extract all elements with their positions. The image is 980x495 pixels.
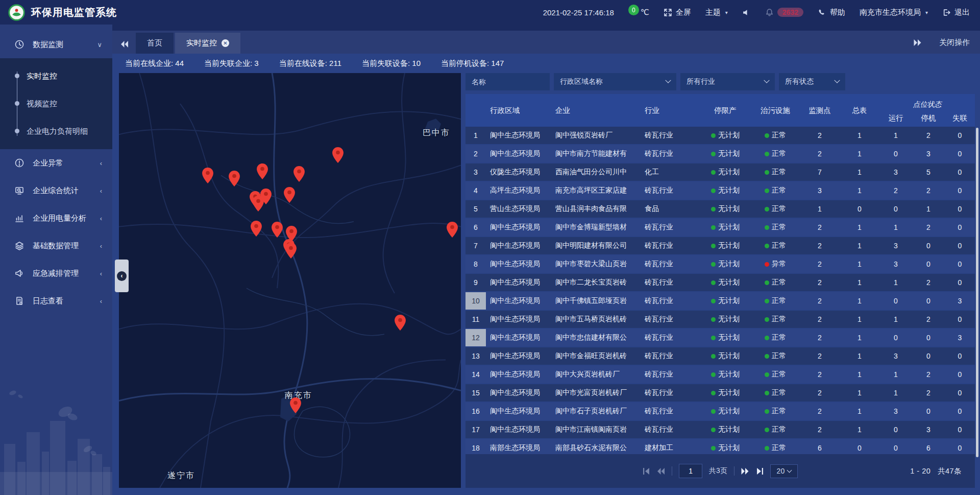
sidebar-group-5[interactable]: 基础数据管理‹ bbox=[0, 232, 112, 260]
map-marker-icon[interactable] bbox=[260, 188, 272, 204]
region-filter-select[interactable]: 行政区域名称 bbox=[554, 73, 676, 90]
cell-total-meter: 0 bbox=[840, 439, 879, 454]
sidebar-group-1[interactable]: 数据监测∨ bbox=[0, 31, 112, 58]
table-row[interactable]: 2阆中生态环境局阆中市南方节能建材有砖瓦行业无计划正常21030 bbox=[465, 145, 975, 162]
cell-facility-status: 正常 bbox=[751, 421, 800, 438]
cell-company: 阆中市忠信建材有限公 bbox=[551, 329, 641, 346]
page-input[interactable]: 1 bbox=[679, 464, 702, 478]
table-row[interactable]: 12阆中生态环境局阆中市忠信建材有限公砖瓦行业无计划正常21003 bbox=[465, 329, 975, 346]
table-row[interactable]: 13阆中生态环境局阆中市金福旺页岩机砖砖瓦行业无计划正常21300 bbox=[465, 347, 975, 365]
table-row[interactable]: 15阆中生态环境局阆中市光富页岩机砖厂砖瓦行业无计划正常21120 bbox=[465, 384, 975, 402]
page-size-select[interactable]: 20 bbox=[770, 464, 798, 478]
map-marker-icon[interactable] bbox=[272, 222, 283, 238]
tab-realtime-monitor[interactable]: 实时监控 ✕ bbox=[175, 33, 240, 54]
table-row[interactable]: 6阆中生态环境局阆中市金博瑞新型墙材砖瓦行业无计划正常21120 bbox=[465, 219, 975, 236]
help-button[interactable]: 帮助 bbox=[818, 8, 845, 17]
table-row[interactable]: 18南部生态环境局南部县砂石水泥有限公建材加工无计划正常60060 bbox=[465, 439, 975, 454]
row-index: 8 bbox=[465, 255, 486, 273]
app-root: 环保用电监管系统 2021-02-25 17:46:18 0 ℃ 全屏 主题 ▾… bbox=[0, 0, 980, 495]
map-collapse-button[interactable]: ‹ bbox=[115, 260, 129, 292]
table-row[interactable]: 10阆中生态环境局阆中千佛镇五郎垭页岩砖瓦行业无计划正常21003 bbox=[465, 292, 975, 310]
cell-total-meter: 1 bbox=[840, 347, 879, 365]
main-area: 首页 实时监控 ✕ 关闭操作 当前在线企业: 44当前失联企业: 3当前在线设备… bbox=[112, 25, 980, 495]
cell-region: 阆中生态环境局 bbox=[486, 384, 551, 402]
chevron-down-icon: ▾ bbox=[925, 10, 928, 15]
theme-dropdown[interactable]: 主题 ▾ bbox=[705, 8, 728, 17]
table-row[interactable]: 5营山生态环境局营山县润丰肉食品有限食品无计划正常10010 bbox=[465, 200, 975, 218]
name-filter-input[interactable] bbox=[465, 73, 550, 90]
table-row[interactable]: 17阆中生态环境局阆中市江南镇阆南页岩砖瓦行业无计划正常21030 bbox=[465, 421, 975, 438]
cell-run-count: 0 bbox=[879, 200, 912, 218]
notifications-button[interactable]: 2632 bbox=[765, 8, 803, 17]
sidebar-group-7[interactable]: 日志查看‹ bbox=[0, 287, 112, 315]
close-operations-button[interactable]: 关闭操作 bbox=[939, 38, 970, 48]
col-company: 企业 bbox=[551, 94, 641, 127]
table-row[interactable]: 8阆中生态环境局阆中市枣碧大梁山页岩砖瓦行业无计划异常21300 bbox=[465, 255, 975, 273]
cell-industry: 砖瓦行业 bbox=[641, 145, 700, 162]
cell-industry: 食品 bbox=[641, 200, 700, 218]
cell-limit-status: 无计划 bbox=[700, 292, 751, 310]
first-page-icon[interactable] bbox=[643, 468, 650, 475]
app-logo-icon bbox=[8, 4, 25, 21]
table-row[interactable]: 7阆中生态环境局阆中明阳建材有限公司砖瓦行业无计划正常21300 bbox=[465, 237, 975, 254]
chevron-left-icon: ‹ bbox=[100, 187, 102, 195]
map-marker-icon[interactable] bbox=[284, 187, 295, 203]
close-tab-icon[interactable]: ✕ bbox=[222, 39, 229, 47]
green-dot-icon bbox=[765, 317, 769, 322]
tabs-scroll-right-icon[interactable] bbox=[914, 39, 922, 46]
map-marker-icon[interactable] bbox=[293, 166, 305, 182]
sidebar-group-2[interactable]: 企业异常‹ bbox=[0, 149, 112, 177]
map-marker-icon[interactable] bbox=[229, 171, 240, 186]
prev-page-icon[interactable] bbox=[657, 468, 665, 475]
cell-limit-status: 无计划 bbox=[700, 403, 751, 420]
tabs-scroll-left-icon[interactable] bbox=[120, 41, 129, 48]
tab-home[interactable]: 首页 bbox=[136, 33, 174, 54]
green-dot-icon bbox=[711, 317, 716, 322]
sidebar-item-2[interactable]: 视频监控 bbox=[0, 90, 112, 117]
table-row[interactable]: 4高坪生态环境局南充市高坪区王家店建砖瓦行业无计划正常31220 bbox=[465, 182, 975, 199]
cell-industry: 砖瓦行业 bbox=[641, 127, 700, 144]
table-row[interactable]: 9阆中生态环境局阆中市二龙长宝页岩砖砖瓦行业无计划正常21120 bbox=[465, 274, 975, 291]
sidebar-group-4[interactable]: 企业用电量分析‹ bbox=[0, 204, 112, 232]
sidebar-item-3[interactable]: 企业电力负荷明细 bbox=[0, 117, 112, 145]
cell-industry: 砖瓦行业 bbox=[641, 329, 700, 346]
stat-item: 当前停机设备: 147 bbox=[441, 59, 504, 68]
map-marker-icon[interactable] bbox=[447, 222, 458, 238]
table-row[interactable]: 3仪陇生态环境局西南油气田分公司川中化工无计划正常71350 bbox=[465, 163, 975, 181]
last-page-icon[interactable] bbox=[756, 468, 764, 475]
sound-toggle-button[interactable] bbox=[742, 8, 751, 17]
cell-facility-status: 正常 bbox=[751, 219, 800, 236]
sidebar-item-1[interactable]: 实时监控 bbox=[0, 62, 112, 90]
cell-stop-count: 0 bbox=[912, 292, 945, 310]
sidebar-group-6[interactable]: 应急减排管理‹ bbox=[0, 260, 112, 287]
fullscreen-button[interactable]: 全屏 bbox=[664, 8, 691, 17]
cell-company: 阆中市五马桥页岩机砖 bbox=[551, 311, 641, 328]
cell-monitor-count: 7 bbox=[800, 163, 840, 181]
speaker-icon bbox=[742, 8, 751, 17]
table-row[interactable]: 16阆中生态环境局阆中市石子页岩机砖厂砖瓦行业无计划正常21300 bbox=[465, 403, 975, 420]
next-page-icon[interactable] bbox=[741, 468, 749, 475]
map-marker-icon[interactable] bbox=[202, 168, 213, 183]
cell-company: 南充市高坪区王家店建 bbox=[551, 182, 641, 199]
map-marker-icon[interactable] bbox=[285, 243, 297, 258]
map-marker-icon[interactable] bbox=[332, 147, 344, 163]
status-filter-select[interactable]: 所有状态 bbox=[779, 73, 845, 90]
industry-filter-select[interactable]: 所有行业 bbox=[680, 73, 775, 90]
col-monitor: 监测点 bbox=[800, 94, 840, 127]
logout-button[interactable]: 退出 bbox=[942, 8, 970, 17]
org-dropdown[interactable]: 南充市生态环境局 ▾ bbox=[860, 8, 928, 17]
cell-total-meter: 1 bbox=[840, 182, 879, 199]
map-marker-icon[interactable] bbox=[290, 397, 301, 413]
map-marker-icon[interactable] bbox=[395, 315, 406, 331]
table-row[interactable]: 1阆中生态环境局阆中强锐页岩砖厂砖瓦行业无计划正常21120 bbox=[465, 127, 975, 144]
sidebar-group-3[interactable]: 企业综合统计‹ bbox=[0, 177, 112, 204]
map-marker-icon[interactable] bbox=[251, 221, 262, 237]
table-row[interactable]: 11阆中生态环境局阆中市五马桥页岩机砖砖瓦行业无计划正常21120 bbox=[465, 311, 975, 328]
chevron-down-icon bbox=[764, 78, 769, 83]
cell-region: 阆中生态环境局 bbox=[486, 329, 551, 346]
col-stop: 停机 bbox=[912, 109, 945, 127]
scrollbar-thumb[interactable] bbox=[976, 128, 978, 457]
table-row[interactable]: 14阆中生态环境局阆中大兴页岩机砖厂砖瓦行业无计划正常21120 bbox=[465, 366, 975, 383]
map-panel[interactable]: 巴中市南充市遂宁市 ‹ bbox=[119, 73, 461, 488]
map-marker-icon[interactable] bbox=[257, 163, 268, 179]
